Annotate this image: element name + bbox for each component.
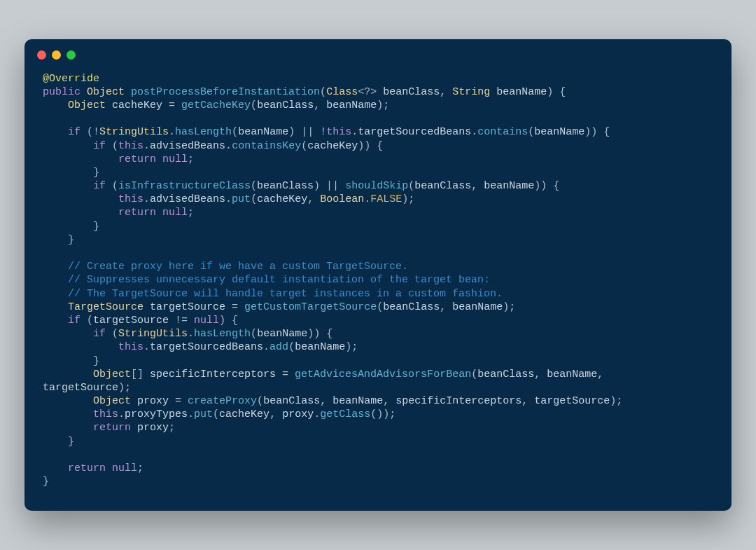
code-token: )) { bbox=[358, 140, 383, 152]
code-token: targetSource bbox=[93, 315, 169, 326]
code-token: beanClass bbox=[263, 395, 320, 407]
code-token: ( bbox=[320, 86, 326, 98]
code-token: beanName bbox=[547, 369, 597, 380]
code-token: // Suppresses unnecessary default instan… bbox=[68, 274, 490, 286]
code-token: beanClass bbox=[414, 180, 471, 192]
code-line bbox=[43, 112, 713, 125]
code-token: beanClass bbox=[477, 369, 534, 380]
code-token: } bbox=[43, 436, 74, 448]
code-line: if (this.advisedBeans.containsKey(cacheK… bbox=[43, 139, 713, 153]
code-token: beanName bbox=[295, 341, 345, 353]
code-token: null bbox=[194, 315, 219, 326]
code-token: . bbox=[188, 328, 194, 340]
code-token: ( bbox=[377, 301, 383, 313]
code-token: return bbox=[93, 422, 131, 434]
code-line: if (StringUtils.hasLength(beanName)) { bbox=[43, 327, 713, 341]
code-token: specificInterceptors bbox=[150, 369, 276, 380]
code-window: @Overridepublic Object postProcessBefore… bbox=[24, 39, 732, 511]
code-token bbox=[43, 261, 68, 273]
code-token: ) { bbox=[219, 315, 238, 326]
code-token: cacheKey bbox=[219, 408, 270, 420]
code-token: hasLength bbox=[194, 328, 251, 340]
code-token: proxyTypes bbox=[125, 408, 188, 420]
code-token: = bbox=[162, 99, 181, 111]
code-line: return null; bbox=[43, 206, 713, 219]
window-zoom-dot[interactable] bbox=[66, 50, 76, 60]
code-token: } bbox=[43, 234, 74, 246]
code-token: ( bbox=[528, 126, 534, 138]
code-token bbox=[43, 301, 68, 313]
code-token: = bbox=[276, 369, 295, 380]
code-token: )) { bbox=[307, 328, 332, 340]
code-token: ); bbox=[118, 382, 131, 394]
window-close-dot[interactable] bbox=[37, 50, 46, 60]
code-token: . bbox=[225, 140, 232, 152]
code-line: } bbox=[43, 435, 713, 448]
code-token bbox=[43, 99, 68, 111]
window-minimize-dot[interactable] bbox=[52, 50, 61, 60]
code-token: null bbox=[162, 153, 188, 165]
code-token: = bbox=[225, 301, 244, 313]
code-token: this bbox=[118, 140, 144, 152]
code-token: if bbox=[68, 315, 80, 326]
code-token: . bbox=[364, 193, 370, 205]
code-token bbox=[43, 126, 68, 138]
code-token: ( bbox=[301, 140, 307, 152]
code-line: Object cacheKey = getCacheKey(beanClass,… bbox=[43, 99, 713, 112]
code-token: specificInterceptors bbox=[396, 395, 522, 407]
code-token: , bbox=[597, 369, 610, 380]
code-token: )) { bbox=[534, 180, 559, 192]
code-token: . bbox=[118, 408, 125, 420]
code-line: return null; bbox=[43, 462, 713, 475]
code-token: ( bbox=[257, 395, 263, 407]
code-token: Class bbox=[326, 86, 358, 98]
code-token: null bbox=[162, 207, 188, 219]
code-token: , bbox=[383, 395, 396, 407]
code-token: . bbox=[263, 341, 270, 353]
code-token: hasLength bbox=[175, 126, 232, 138]
code-token: ( bbox=[106, 328, 118, 340]
code-line: // The TargetSource will handle target i… bbox=[43, 287, 713, 301]
code-token: } bbox=[43, 476, 49, 488]
code-token: , bbox=[270, 408, 282, 420]
code-token: ( bbox=[251, 193, 257, 205]
code-token: beanName bbox=[452, 301, 503, 313]
code-line: Object proxy = createProxy(beanClass, be… bbox=[43, 394, 713, 408]
code-token: createProxy bbox=[188, 395, 257, 407]
code-token: StringUtils bbox=[118, 328, 188, 340]
code-token bbox=[43, 341, 118, 353]
code-token: targetSource bbox=[150, 301, 225, 313]
code-token: ; bbox=[169, 422, 175, 434]
code-line: return null; bbox=[43, 153, 713, 166]
code-token: Object bbox=[68, 99, 106, 111]
code-token: ); bbox=[503, 301, 515, 313]
code-token: ; bbox=[188, 153, 194, 165]
code-token: Boolean bbox=[320, 193, 364, 205]
code-line: return proxy; bbox=[43, 421, 713, 434]
code-line: public Object postProcessBeforeInstantia… bbox=[43, 85, 713, 99]
code-token: beanName bbox=[257, 328, 307, 340]
code-line: this.targetSourcedBeans.add(beanName); bbox=[43, 341, 713, 354]
code-token bbox=[125, 86, 131, 98]
code-token: . bbox=[144, 193, 150, 205]
code-token: contains bbox=[477, 126, 528, 138]
code-token: != bbox=[169, 315, 194, 326]
code-line: } bbox=[43, 475, 713, 488]
code-token: containsKey bbox=[232, 140, 301, 152]
code-token: ); bbox=[345, 341, 358, 353]
code-token: , bbox=[522, 395, 534, 407]
code-token: this bbox=[326, 126, 351, 138]
code-token: ( bbox=[251, 180, 257, 192]
code-token bbox=[43, 140, 93, 152]
titlebar bbox=[24, 39, 732, 65]
code-token: } bbox=[43, 355, 99, 367]
code-token: if bbox=[93, 328, 106, 340]
code-token bbox=[131, 395, 137, 407]
code-token: beanName bbox=[332, 395, 383, 407]
code-token: , bbox=[440, 86, 452, 98]
code-token: , bbox=[534, 369, 547, 380]
code-token: ( bbox=[106, 140, 118, 152]
code-line: this.proxyTypes.put(cacheKey, proxy.getC… bbox=[43, 408, 713, 421]
code-token: null bbox=[112, 462, 137, 474]
code-token: proxy bbox=[137, 395, 169, 407]
